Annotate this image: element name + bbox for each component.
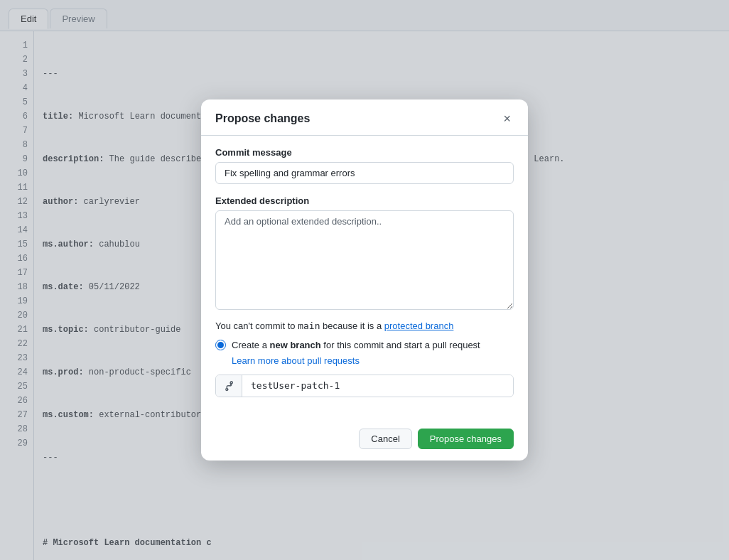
commit-message-label: Commit message	[215, 147, 514, 158]
new-branch-radio[interactable]	[215, 340, 226, 350]
dialog-title: Propose changes	[215, 112, 310, 125]
propose-changes-dialog: Propose changes × Commit message Extende…	[201, 99, 528, 461]
extended-description-input[interactable]	[215, 210, 514, 310]
modal-overlay: Propose changes × Commit message Extende…	[0, 0, 729, 560]
learn-more-link[interactable]: Learn more about pull requests	[232, 355, 514, 366]
protected-branch-notice: You can't commit to main because it is a…	[215, 321, 514, 331]
protected-branch-link[interactable]: protected branch	[384, 321, 454, 331]
propose-changes-button[interactable]: Propose changes	[418, 429, 514, 449]
editor-area: Edit Preview 1 2 3 4 5 6 7 8 9 10 11 12 …	[0, 0, 729, 560]
dialog-header: Propose changes ×	[201, 99, 528, 136]
dialog-body: Commit message Extended description You …	[201, 136, 528, 420]
dialog-footer: Cancel Propose changes	[201, 420, 528, 461]
cancel-button[interactable]: Cancel	[359, 429, 411, 449]
extended-description-label: Extended description	[215, 195, 514, 206]
branch-name-input[interactable]	[242, 375, 513, 396]
branch-name-row	[215, 375, 514, 397]
close-button[interactable]: ×	[500, 111, 514, 126]
commit-message-input[interactable]	[215, 162, 514, 184]
new-branch-label: Create a new branch for this commit and …	[232, 338, 480, 352]
branch-icon	[216, 375, 242, 397]
new-branch-option: Create a new branch for this commit and …	[215, 338, 514, 352]
